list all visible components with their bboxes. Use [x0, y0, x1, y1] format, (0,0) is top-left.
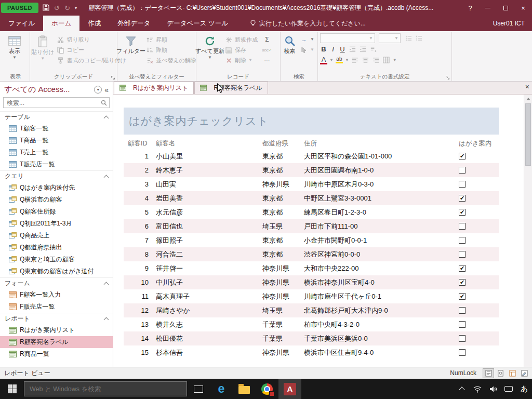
bullets-icon[interactable]: [404, 34, 413, 43]
report-view-icon[interactable]: [483, 368, 494, 378]
font-size-combo[interactable]: ▼: [379, 33, 401, 43]
nav-item[interactable]: Q都道府県抽出: [0, 242, 113, 254]
vertical-scrollbar[interactable]: [524, 95, 532, 367]
italic-button[interactable]: I: [329, 45, 337, 53]
sigma-icon: Σ: [263, 35, 271, 44]
nav-item[interactable]: Q初回2011年1-3月: [0, 218, 113, 230]
nav-search-input[interactable]: [4, 99, 99, 107]
close-button[interactable]: ×: [514, 0, 532, 16]
nav-item[interactable]: F顧客一覧入力: [0, 289, 113, 301]
nav-item[interactable]: R顧客宛名ラベル: [0, 336, 113, 348]
tab-create[interactable]: 作成: [79, 16, 109, 31]
undo-icon[interactable]: ↺: [54, 5, 60, 11]
scroll-up-icon[interactable]: [524, 95, 532, 103]
save-record-button[interactable]: 保存: [222, 45, 260, 55]
nav-search-icon[interactable]: [99, 100, 109, 106]
chrome-button[interactable]: [256, 379, 278, 399]
align-left-icon[interactable]: [351, 56, 360, 64]
nav-item[interactable]: Q商品売上: [0, 230, 113, 242]
tell-me-box[interactable]: 実行したい作業を入力してください...: [250, 16, 366, 31]
report-table: 顧客ID 顧客名 都道府県 住所 はがき案内 1小山美里東京都大田区平和の森公園…: [124, 138, 499, 360]
report-cell: 東京都: [262, 166, 304, 175]
nav-pane-header[interactable]: すべての Access... ▼ «: [0, 82, 113, 96]
sort-ascending-button[interactable]: 昇順: [143, 34, 198, 45]
nav-item[interactable]: Q顧客住所録: [0, 206, 113, 218]
nav-item[interactable]: Qはがき案内送付先: [0, 182, 113, 194]
ime-mode-button[interactable]: あ: [516, 379, 532, 399]
tab-home[interactable]: ホーム: [43, 16, 79, 31]
refresh-all-button[interactable]: すべて更新 ▼: [197, 33, 222, 60]
save-icon[interactable]: [43, 4, 49, 12]
nav-section-header[interactable]: テーブル: [0, 111, 113, 123]
shutter-bar-close-icon[interactable]: «: [104, 86, 110, 94]
underline-button[interactable]: U: [339, 45, 346, 53]
numbering-icon[interactable]: [415, 34, 423, 43]
text-format-dialog-launcher-icon[interactable]: [445, 75, 450, 80]
print-preview-icon[interactable]: [495, 368, 506, 378]
more-button[interactable]: ⋯: [261, 55, 273, 65]
network-button[interactable]: [470, 379, 485, 399]
document-close-icon[interactable]: ×: [525, 83, 529, 90]
select-button[interactable]: ▼: [298, 45, 316, 55]
paste-button[interactable]: 貼り付け ▼: [31, 33, 55, 61]
nav-item[interactable]: Rはがき案内リスト: [0, 324, 113, 336]
edge-button[interactable]: e: [210, 379, 233, 399]
nav-item[interactable]: T顧客一覧: [0, 123, 113, 135]
spelling-button[interactable]: abc✓: [261, 45, 273, 55]
document-tab-report-list[interactable]: Rはがき案内リスト: [114, 82, 194, 94]
minimize-button[interactable]: [479, 0, 497, 16]
maximize-button[interactable]: [497, 0, 514, 16]
tab-external-data[interactable]: 外部データ: [109, 16, 158, 31]
clipboard-dialog-launcher-icon[interactable]: [111, 75, 115, 80]
signed-in-user[interactable]: User01 ICT: [486, 16, 532, 31]
volume-button[interactable]: [485, 379, 501, 399]
tab-database-tools[interactable]: データベース ツール: [158, 16, 236, 31]
align-right-icon[interactable]: [372, 56, 380, 64]
document-tab-address-labels[interactable]: R顧客宛名ラベル: [194, 82, 268, 94]
nav-item[interactable]: T販売店一覧: [0, 158, 113, 170]
align-center-icon[interactable]: [362, 56, 370, 64]
nav-item[interactable]: Q東京と埼玉の顧客: [0, 254, 113, 265]
goto-button[interactable]: →▼: [298, 34, 316, 45]
nav-item[interactable]: F販売店一覧: [0, 301, 113, 313]
tab-file[interactable]: ファイル: [0, 16, 43, 31]
nav-section-header[interactable]: フォーム: [0, 277, 113, 289]
indent-decrease-icon[interactable]: [348, 45, 356, 54]
access-button[interactable]: A: [278, 379, 301, 399]
nav-item[interactable]: T商品一覧: [0, 135, 113, 147]
totals-button[interactable]: Σ: [261, 34, 273, 45]
touch-keyboard-button[interactable]: [501, 379, 516, 399]
nav-menu-dropdown-icon[interactable]: ▼: [94, 86, 102, 94]
find-button[interactable]: 検索: [282, 33, 298, 55]
bold-button[interactable]: B: [320, 45, 327, 53]
gridlines-icon[interactable]: [382, 56, 391, 64]
highlight-color-button[interactable]: ab: [336, 57, 343, 63]
nav-item[interactable]: Q東京都の顧客はがき送付: [0, 265, 113, 277]
start-button[interactable]: [0, 379, 24, 399]
file-explorer-button[interactable]: [233, 379, 256, 399]
design-view-icon[interactable]: [518, 368, 530, 378]
remove-sort-button[interactable]: 並べ替えの解除: [143, 55, 198, 65]
sort-descending-button[interactable]: 降順: [143, 45, 198, 55]
scrollbar-thumb[interactable]: [525, 103, 531, 166]
taskbar-search-input[interactable]: [24, 385, 187, 393]
font-name-combo[interactable]: ▼: [320, 33, 375, 43]
filter-button[interactable]: フィルター: [118, 33, 143, 55]
new-record-button[interactable]: 新規作成: [222, 34, 260, 45]
delete-record-button[interactable]: 削除 ▼: [222, 55, 260, 65]
nav-section-header[interactable]: レポート: [0, 313, 113, 324]
qat-customize-icon[interactable]: ▾: [75, 6, 77, 10]
layout-view-icon[interactable]: [507, 368, 518, 378]
nav-item[interactable]: Q横浜市の顧客: [0, 194, 113, 206]
font-color-button[interactable]: A: [320, 56, 327, 64]
task-view-button[interactable]: [187, 379, 210, 399]
left-to-right-icon[interactable]: [369, 45, 377, 54]
nav-item[interactable]: R商品一覧: [0, 348, 113, 360]
nav-item[interactable]: T売上一覧: [0, 147, 113, 158]
tray-overflow-button[interactable]: [454, 379, 470, 399]
help-button[interactable]: ?: [461, 0, 479, 16]
nav-section-header[interactable]: クエリ: [0, 170, 113, 182]
indent-increase-icon[interactable]: [358, 45, 367, 54]
view-button[interactable]: 表示 ▼: [2, 33, 27, 60]
redo-icon[interactable]: ↻: [64, 5, 70, 11]
